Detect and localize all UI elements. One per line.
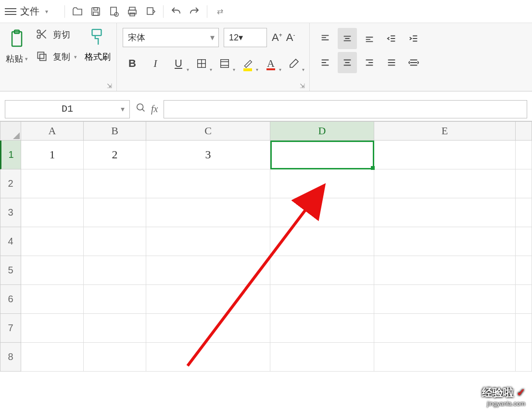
name-box[interactable]: D1 ▾ [5, 100, 130, 118]
row-header-3[interactable]: 3 [0, 198, 21, 227]
print-direct-icon[interactable] [143, 4, 158, 19]
copy-button[interactable]: 复制 ▾ [36, 50, 77, 64]
cell[interactable] [270, 227, 374, 256]
cell[interactable] [516, 169, 532, 198]
cell[interactable] [374, 285, 516, 314]
highlight-color-button[interactable]: ▾ [238, 54, 257, 73]
cell[interactable] [146, 285, 270, 314]
align-bottom-icon[interactable] [360, 28, 379, 49]
font-size-select[interactable]: 12 ▾ [224, 28, 267, 47]
cell-d1[interactable] [270, 141, 374, 169]
increase-indent-icon[interactable] [404, 28, 423, 49]
cell-b1[interactable]: 2 [84, 141, 146, 169]
cell[interactable] [21, 227, 84, 256]
cell[interactable] [270, 343, 374, 372]
cell[interactable] [516, 285, 532, 314]
align-left-icon[interactable] [316, 52, 335, 73]
paste-button[interactable]: 粘贴▾ [6, 53, 28, 64]
align-top-icon[interactable] [316, 28, 335, 49]
cell-e1[interactable] [374, 141, 516, 169]
cell[interactable] [84, 227, 146, 256]
open-folder-icon[interactable] [70, 4, 85, 19]
cell[interactable] [21, 343, 84, 372]
cell[interactable] [374, 256, 516, 285]
file-dropdown-icon[interactable]: ▾ [45, 8, 48, 15]
justify-icon[interactable] [382, 52, 401, 73]
cell[interactable] [516, 314, 532, 343]
cell[interactable] [84, 198, 146, 227]
format-painter-label[interactable]: 格式刷 [85, 51, 111, 63]
cell[interactable] [146, 227, 270, 256]
font-launcher-icon[interactable]: ⇲ [300, 82, 306, 89]
cell[interactable] [21, 256, 84, 285]
cell[interactable] [146, 198, 270, 227]
column-header-d[interactable]: D [270, 121, 374, 141]
cell[interactable] [374, 314, 516, 343]
cell-f1[interactable] [516, 141, 532, 169]
cell[interactable] [270, 198, 374, 227]
cell[interactable] [21, 198, 84, 227]
cell[interactable] [84, 314, 146, 343]
column-header-c[interactable]: C [146, 121, 270, 141]
fx-icon[interactable]: fx [151, 103, 158, 115]
row-header-7[interactable]: 7 [0, 314, 21, 343]
decrease-font-icon[interactable]: A- [286, 31, 295, 44]
cell[interactable] [374, 198, 516, 227]
cell[interactable] [84, 256, 146, 285]
cell[interactable] [146, 314, 270, 343]
increase-font-icon[interactable]: A+ [272, 31, 282, 44]
distribute-icon[interactable] [404, 52, 423, 73]
row-header-1[interactable]: 1 [0, 141, 21, 169]
cell[interactable] [270, 314, 374, 343]
print-preview-icon[interactable] [106, 4, 122, 19]
cell[interactable] [146, 256, 270, 285]
cell[interactable] [516, 256, 532, 285]
decrease-indent-icon[interactable] [382, 28, 401, 49]
paste-icon[interactable] [6, 28, 28, 50]
cell[interactable] [84, 285, 146, 314]
align-right-icon[interactable] [360, 52, 379, 73]
eraser-button[interactable]: ▾ [284, 54, 304, 73]
cell[interactable] [84, 343, 146, 372]
fill-pattern-button[interactable]: ▾ [215, 54, 234, 73]
cell[interactable] [374, 343, 516, 372]
column-header-b[interactable]: B [84, 121, 146, 141]
font-name-select[interactable]: 宋体 ▾ [123, 28, 219, 47]
save-icon[interactable] [88, 4, 103, 19]
cell[interactable] [270, 169, 374, 198]
cell[interactable] [374, 169, 516, 198]
cell-a1[interactable]: 1 [21, 141, 84, 169]
bold-button[interactable]: B [123, 54, 142, 73]
cell[interactable] [21, 314, 84, 343]
cell[interactable] [516, 198, 532, 227]
row-header-6[interactable]: 6 [0, 285, 21, 314]
file-menu[interactable]: 文件 [20, 5, 39, 18]
italic-button[interactable]: I [146, 54, 165, 73]
cell[interactable] [516, 227, 532, 256]
cut-button[interactable]: 剪切 [36, 28, 77, 41]
toolbar-options-icon[interactable]: ⇄ [212, 4, 228, 19]
row-header-5[interactable]: 5 [0, 256, 21, 285]
underline-button[interactable]: U▾ [169, 54, 188, 73]
hamburger-menu-icon[interactable] [5, 6, 16, 17]
align-middle-icon[interactable] [338, 28, 357, 49]
row-header-4[interactable]: 4 [0, 227, 21, 256]
cell[interactable] [516, 343, 532, 372]
undo-icon[interactable] [168, 4, 184, 19]
cell-c1[interactable]: 3 [146, 141, 270, 169]
print-icon[interactable] [125, 4, 140, 19]
cell[interactable] [270, 256, 374, 285]
font-color-button[interactable]: A▾ [261, 54, 280, 73]
align-center-icon[interactable] [338, 52, 357, 73]
row-header-2[interactable]: 2 [0, 169, 21, 198]
column-header-a[interactable]: A [21, 121, 84, 141]
cell[interactable] [21, 169, 84, 198]
cell[interactable] [21, 285, 84, 314]
cell[interactable] [374, 227, 516, 256]
format-painter-icon[interactable] [88, 28, 108, 48]
borders-button[interactable]: ▾ [192, 54, 211, 73]
row-header-8[interactable]: 8 [0, 343, 21, 372]
column-header-partial[interactable] [516, 121, 532, 141]
cell[interactable] [84, 169, 146, 198]
clipboard-launcher-icon[interactable]: ⇲ [107, 82, 114, 89]
